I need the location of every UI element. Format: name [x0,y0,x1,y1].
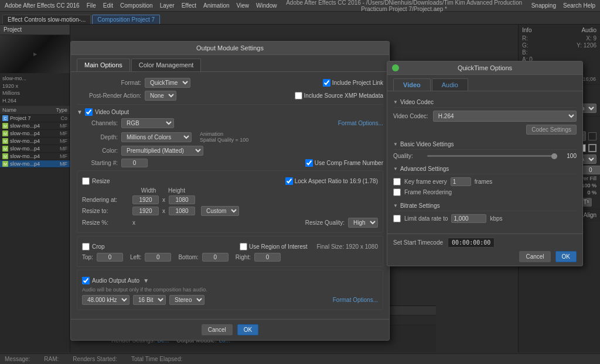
list-item[interactable]: M slow-mo...p4 MF [0,153,70,160]
message-label: Message: [5,356,30,362]
audio-format-options-button[interactable]: Format Options... [333,297,378,303]
basic-video-header[interactable]: ▼ Basic Video Settings [393,139,577,150]
video-output-label: Video Output [95,109,129,115]
snapping-label[interactable]: Snapping [531,2,556,9]
video-codec-select[interactable]: H.264 [433,111,577,122]
resize-to-preset[interactable]: Custom [201,206,239,216]
rendering-width[interactable] [132,195,159,204]
menu-composition[interactable]: Composition [120,2,153,9]
menu-edit[interactable]: Edit [103,2,113,9]
include-xmp-checkbox[interactable]: Include Source XMP Metadata [295,92,383,99]
keyframe-checkbox[interactable] [393,178,401,186]
tab-composition[interactable]: Composition Project 7 [92,15,160,24]
menu-file[interactable]: File [87,2,96,9]
include-project-link-input[interactable] [323,79,330,87]
video-codec-section: ▼ Video Codec Video Codec: H.264 Codec S… [393,97,577,135]
scale-v-value: 100 % [581,183,596,188]
resize-quality-select[interactable]: High [348,218,378,228]
bitrate-header[interactable]: ▼ Bitrate Settings [393,201,577,211]
tab-effect-controls[interactable]: Effect Controls slow-motion-... [2,15,91,24]
video-output-toggle[interactable]: ▼ [77,109,83,115]
left-input[interactable] [145,253,171,262]
include-xmp-input[interactable] [295,92,302,99]
channels-audio-select[interactable]: Stereo [169,295,204,305]
post-render-select[interactable]: None [145,91,176,101]
list-item[interactable]: M slow-mo...p4 MF [0,122,70,130]
qt-tab-audio[interactable]: Audio [432,78,468,91]
xy-x: X: 9 [586,35,596,42]
list-item[interactable]: M slow-mo...p4 MF [0,138,70,145]
frame-reordering-checkbox[interactable] [393,188,401,196]
search-help[interactable]: Search Help [563,2,595,9]
video-output-checkbox[interactable] [85,108,93,116]
sample-rate-select[interactable]: 48.000 kHz [82,295,129,305]
file-type: MF [60,146,67,152]
top-input[interactable] [97,253,123,262]
include-project-link-checkbox[interactable]: Include Project Link [323,79,383,87]
resize-checkbox[interactable] [82,177,90,185]
depth-select[interactable]: Millions of Colors [121,132,192,142]
x-separator2: x [162,208,165,214]
starting-input[interactable] [121,159,148,167]
video-codec-header[interactable]: ▼ Video Codec [393,97,577,108]
file-icon-project: C [2,115,8,121]
limit-data-label: Limit data rate to [404,215,448,222]
tab-color-management[interactable]: Color Management [131,59,202,71]
output-ok-button[interactable]: OK [237,324,258,335]
lock-aspect-checkbox[interactable]: Lock Aspect Ratio to 16:9 (1.78) [285,177,378,185]
list-item-selected[interactable]: M slow-mo...p4 MF [0,160,70,168]
list-item[interactable]: M slow-mo...p4 MF [0,130,70,138]
menu-animation[interactable]: Animation [203,2,229,9]
col-name-header[interactable]: Name [2,107,53,113]
menu-view[interactable]: View [237,2,250,9]
menu-layer[interactable]: Layer [160,2,175,9]
format-label: Format: [77,80,141,86]
list-item[interactable]: M slow-mo...p4 MF [0,145,70,153]
video-output-header: ▼ Video Output [77,108,383,116]
qt-ok-button[interactable]: OK [555,251,577,262]
total-time-label: Total Time Elapsed: [131,356,182,362]
align-label[interactable]: Align [584,212,596,218]
right-input[interactable] [254,253,281,262]
bit-depth-select[interactable]: 16 Bit [133,295,166,305]
qt-cancel-button[interactable]: Cancel [519,251,550,262]
font-color-swatch[interactable] [588,132,596,140]
advanced-settings-header[interactable]: ▼ Advanced Settings [393,164,577,174]
quality-slider[interactable] [427,155,557,157]
limit-data-input[interactable] [451,214,486,223]
col-type-header[interactable]: Type [56,107,67,113]
color-select[interactable]: Premultiplied (Matted) [121,146,203,156]
use-roi-input[interactable] [240,243,247,250]
keyframe-value-input[interactable] [451,177,471,186]
use-comp-frame-checkbox[interactable]: Use Comp Frame Number [305,159,383,167]
channels-select[interactable]: RGB [121,118,174,128]
app-name[interactable]: Adobe After Effects CC 2016 [5,2,80,9]
font-stroke-swatch[interactable] [588,144,596,152]
menu-window[interactable]: Window [256,2,277,9]
format-select[interactable]: QuickTime [145,78,190,88]
lock-aspect-input[interactable] [285,177,293,185]
qt-tab-video[interactable]: Video [393,78,431,91]
tab-main-options[interactable]: Main Options [77,59,130,71]
project-info: slow-mo... 1920 x Millions H.264 [0,73,70,106]
crop-checkbox[interactable] [82,243,90,250]
use-comp-frame-input[interactable] [305,159,313,167]
output-module-body: Format: QuickTime Include Project Link P… [71,72,389,319]
codec-settings-button[interactable]: Codec Settings [526,125,577,135]
quicktime-options-modal: QuickTime Options Video Audio ▼ Video Co… [387,61,583,266]
rendering-height[interactable] [169,195,195,204]
format-options-button[interactable]: Format Options... [338,120,383,126]
menu-effect[interactable]: Effect [182,2,196,9]
audio-output-checkbox[interactable] [82,277,90,284]
bottom-input[interactable] [202,253,229,262]
output-cancel-button[interactable]: Cancel [202,324,233,335]
starting-label: Starting #: [77,160,118,166]
use-roi-checkbox[interactable]: Use Region of Interest [240,243,308,250]
file-name: slow-mo...p4 [10,161,40,167]
resize-to-height[interactable] [169,207,195,215]
resize-to-width[interactable] [132,207,159,215]
limit-data-checkbox[interactable] [393,215,401,222]
qt-close-button[interactable] [392,64,399,71]
list-item[interactable]: C Project 7 Co [0,115,70,122]
timecode-value[interactable]: 00:00:00:00 [448,238,495,248]
